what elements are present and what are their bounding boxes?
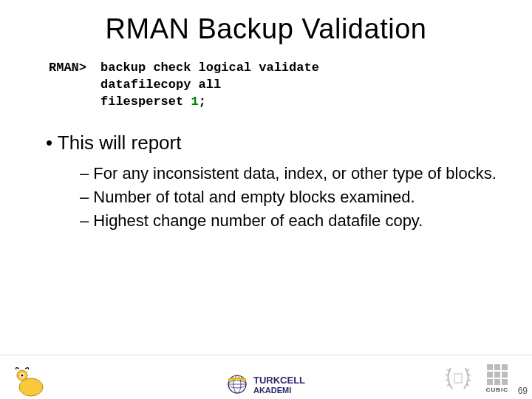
svg-rect-19 [502, 364, 508, 370]
code-line-2: datafilecopy all [100, 78, 221, 92]
wreath-icon [443, 364, 473, 393]
turkcell-text-top: TURKCELL [253, 375, 305, 386]
code-line-3b: ; [199, 95, 206, 109]
slide-title: RMAN Backup Validation [28, 13, 504, 45]
svg-line-10 [446, 380, 449, 381]
sub-bullet-item: Highest change number of each datafile c… [80, 209, 504, 233]
turkcell-text-bottom: AKADEMI [253, 386, 305, 395]
svg-rect-23 [487, 379, 493, 385]
svg-rect-20 [487, 372, 493, 378]
code-block: RMAN>backup check logical validatedatafi… [49, 60, 504, 111]
svg-rect-16 [454, 374, 462, 383]
svg-line-9 [446, 375, 449, 375]
svg-rect-18 [494, 364, 500, 370]
turkcell-logo: TURKCELL AKADEMI [253, 375, 305, 395]
footer-bar: TURKCELL AKADEMI [0, 355, 532, 399]
globe-icon [227, 374, 248, 395]
cubic-label: CUBIC [486, 386, 508, 393]
svg-rect-24 [494, 379, 500, 385]
sub-bullet-item: For any inconsistent data, index, or oth… [80, 162, 504, 185]
svg-line-14 [468, 380, 471, 381]
sub-bullet-list: For any inconsistent data, index, or oth… [80, 162, 504, 233]
code-line-3a: filesperset [100, 95, 191, 109]
svg-rect-25 [502, 379, 508, 385]
code-lines: backup check logical validatedatafilecop… [100, 60, 319, 111]
cubic-logo: CUBIC [486, 364, 508, 393]
right-badge-group: CUBIC [443, 364, 508, 393]
svg-line-13 [468, 375, 471, 375]
cubic-grid-icon [487, 364, 508, 385]
page-number: 69 [518, 386, 528, 396]
code-number: 1 [191, 95, 198, 109]
sub-bullet-item: Number of total and empty blocks examine… [80, 185, 504, 209]
svg-rect-17 [487, 364, 493, 370]
code-line-1: backup check logical validate [100, 61, 319, 75]
bullet-main: This will report [46, 132, 504, 154]
svg-rect-22 [502, 372, 508, 378]
svg-rect-21 [494, 372, 500, 378]
code-prompt: RMAN> [49, 60, 100, 77]
